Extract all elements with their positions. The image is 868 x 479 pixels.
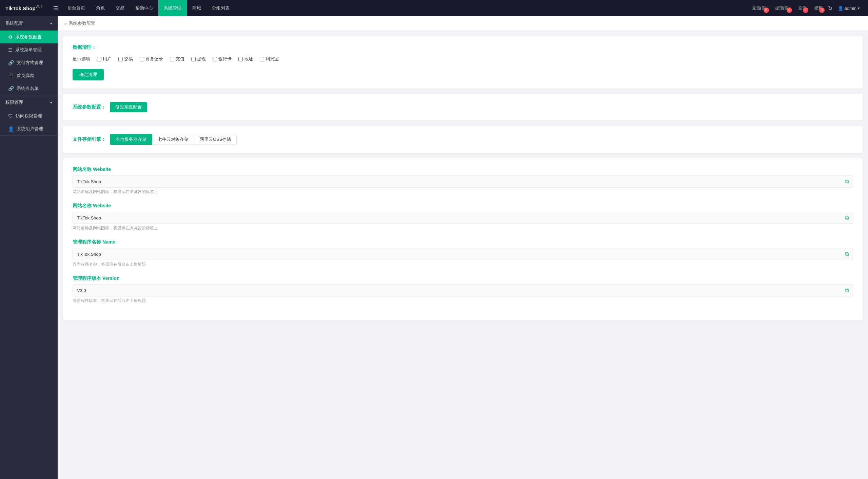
checkbox-user-label: 用户 [103,56,112,62]
data-clear-options-row: 显示选项 用户 交易 财务记录 充值 [73,56,853,62]
checkbox-transaction-label: 交易 [124,56,133,62]
system-config-label: 系统参数配置： [73,104,106,110]
form-field-website-1-title: 网站名称 Website [73,167,853,173]
nav-item-help[interactable]: 帮助中心 [130,0,158,16]
checkbox-transaction-input[interactable] [118,57,123,61]
nav-item-role[interactable]: 角色 [91,0,110,16]
form-field-admin-name: 管理程序名称 Name ⧉ 管理程序名称，将显示在后台左上角标题 [73,239,853,267]
sidebar-item-menu-manage[interactable]: ☰ 系统菜单管理 [0,43,58,56]
storage-local-button[interactable]: 本地服务器存储 [110,134,152,145]
refresh-button[interactable]: ↻ [825,5,835,12]
form-field-admin-name-hint: 管理程序名称，将显示在后台左上角标题 [73,262,853,267]
sidebar-item-user-manage-label: 系统用户管理 [17,126,43,132]
form-field-admin-name-input-wrapper: ⧉ [73,248,853,260]
form-field-admin-version-input[interactable] [77,288,845,293]
sidebar-group-permissions-header[interactable]: 权限管理 ▾ [0,95,58,110]
checkbox-recharge[interactable]: 充值 [170,56,184,62]
sidebar-group-system-config-header[interactable]: 系统配置 ▾ [0,16,58,31]
sidebar-group-system-config-label: 系统配置 [5,20,23,26]
system-config-card: 系统参数配置： 修改系统配置 [63,94,863,120]
nav-item-groups[interactable]: 分组列表 [206,0,235,16]
checkbox-address-input[interactable] [238,57,243,61]
tixian-badge: 0 [819,7,825,13]
nav-item-transaction[interactable]: 交易 [110,0,130,16]
sidebar-item-user-manage[interactable]: 👤 系统用户管理 [0,122,58,135]
form-field-admin-version-input-wrapper: ⧉ [73,284,853,296]
top-navigation: TikTok.ShopV3.0 ☰ 后台首页 角色 交易 帮助中心 系统管理 商… [0,0,868,16]
form-fields-card: 网站名称 Website ⧉ 网站名称及网站图标，将显示在浏览器的标签上 网站名… [63,158,863,320]
form-field-website-2-hint: 网站名称及网站图标，将显示在浏览器的标签上 [73,225,853,231]
checkbox-interest-input[interactable] [260,57,264,61]
modify-system-config-button[interactable]: 修改系统配置 [110,102,147,112]
nav-item-shop[interactable]: 商城 [187,0,206,16]
checkbox-address-label: 地址 [244,56,253,62]
file-storage-label: 文件存储引擎： [73,136,106,142]
form-field-website-1-hint: 网站名称及网站图标，将显示在浏览器的标签上 [73,189,853,195]
checkbox-finance[interactable]: 财务记录 [140,56,163,62]
storage-qiniu-button[interactable]: 七牛云对象存储 [152,134,194,145]
checkbox-recharge-input[interactable] [170,57,174,61]
user-icon: 👤 [8,126,14,132]
form-field-website-2: 网站名称 Website ⧉ 网站名称及网站图标，将显示在浏览器的标签上 [73,203,853,231]
chongzhi-button[interactable]: 充值 0 [795,5,809,11]
checkbox-bank-label: 银行卡 [218,56,232,62]
mobile-icon: 📱 [8,73,14,78]
whitelist-icon: 🔗 [8,86,14,91]
sidebar-item-system-params[interactable]: ⚙ 系统参数配置 [0,31,58,43]
admin-menu[interactable]: 👤 admin ▾ [835,6,863,11]
copy-icon-4[interactable]: ⧉ [845,287,849,293]
form-field-admin-version-title: 管理程序版本 Version [73,275,853,282]
checkbox-user-input[interactable] [97,57,101,61]
nav-menu: 后台首页 角色 交易 帮助中心 系统管理 商城 分组列表 [62,0,749,16]
breadcrumb-label: 系统参数配置 [69,20,95,26]
sidebar-item-system-params-label: 系统参数配置 [15,34,42,40]
copy-icon-2[interactable]: ⧉ [845,215,849,221]
form-field-website-2-input[interactable] [77,215,845,221]
data-clear-title: 数据清理： [73,44,853,51]
sidebar-item-payment-manage[interactable]: 🔗 支付方式管理 [0,56,58,69]
nav-toggle-button[interactable]: ☰ [49,5,62,12]
copy-icon-3[interactable]: ⧉ [845,251,849,257]
checkbox-user[interactable]: 用户 [97,56,112,62]
confirm-clear-button[interactable]: 确定清理 [73,69,104,80]
form-field-admin-version: 管理程序版本 Version ⧉ 管理程序版本，将显示在后台左上角标题 [73,275,853,304]
nav-item-dashboard[interactable]: 后台首页 [62,0,91,16]
tixian-queued-badge: 0 [787,7,792,13]
nav-right-area: 充值(假) 0 提现(假) 0 充值 0 提现 0 ↻ 👤 admin ▾ [749,5,868,12]
checkbox-finance-input[interactable] [140,57,144,61]
checkbox-address[interactable]: 地址 [238,56,253,62]
sidebar-item-access-control[interactable]: 🛡 访问权限管理 [0,110,58,122]
breadcrumb: » 系统参数配置 [58,16,868,31]
sidebar-item-menu-manage-label: 系统菜单管理 [15,47,42,53]
sidebar-item-whitelist[interactable]: 🔗 系统白名单 [0,82,58,95]
data-clear-card: 数据清理： 显示选项 用户 交易 财务记录 [63,36,863,89]
sidebar-group-system-config: 系统配置 ▾ ⚙ 系统参数配置 ☰ 系统菜单管理 🔗 支付方式管理 📱 首页弹窗… [0,16,58,95]
chevron-down-icon-2: ▾ [50,100,52,105]
checkbox-bank[interactable]: 银行卡 [213,56,232,62]
checkbox-interest-label: 利息宝 [265,56,279,62]
sidebar-item-access-control-label: 访问权限管理 [16,113,42,119]
link-icon: 🔗 [8,60,14,65]
form-field-admin-name-title: 管理程序名称 Name [73,239,853,245]
nav-item-system[interactable]: 系统管理 [158,0,187,16]
tixian-queued-button[interactable]: 提现(假) 0 [772,5,793,11]
form-field-website-1-input[interactable] [77,179,845,184]
checkbox-transaction[interactable]: 交易 [118,56,133,62]
checkbox-bank-input[interactable] [213,57,217,61]
menu-icon: ☰ [8,47,13,53]
chongzhi-queued-button[interactable]: 充值(假) 0 [749,5,770,11]
system-config-row: 系统参数配置： 修改系统配置 [73,102,853,112]
sidebar-item-whitelist-label: 系统白名单 [17,85,39,92]
form-field-admin-name-input[interactable] [77,252,845,257]
tixian-button[interactable]: 提现 0 [812,5,825,11]
checkbox-withdraw-label: 提现 [197,56,206,62]
checkbox-withdraw[interactable]: 提现 [191,56,206,62]
page-content: 数据清理： 显示选项 用户 交易 财务记录 [58,31,868,331]
storage-aliyun-button[interactable]: 阿里云OSS存储 [194,134,237,145]
sidebar-item-popup[interactable]: 📱 首页弹窗 [0,69,58,82]
display-options-label: 显示选项 [73,56,90,62]
sidebar-item-popup-label: 首页弹窗 [17,73,34,79]
copy-icon-1[interactable]: ⧉ [845,178,849,185]
checkbox-interest[interactable]: 利息宝 [260,56,279,62]
checkbox-withdraw-input[interactable] [191,57,196,61]
